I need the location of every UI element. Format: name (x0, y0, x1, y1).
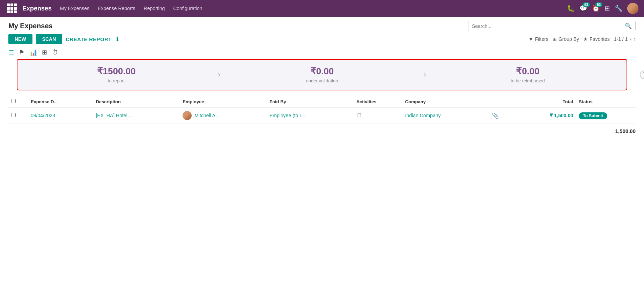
clock-icon[interactable]: ⏰ 53 (592, 5, 600, 12)
filters-button[interactable]: ▼ Filters (528, 36, 548, 42)
col-header-total: Total (511, 96, 576, 107)
pagination: 1-1 / 1 ‹ › (614, 36, 636, 42)
scan-button[interactable]: SCAN (36, 34, 62, 44)
create-report-button[interactable]: CREATE REPORT (66, 36, 111, 42)
row-date[interactable]: 08/04/2023 (28, 107, 93, 124)
row-total: ₹ 1,500.00 (511, 107, 576, 124)
groupby-label: Group By (558, 36, 579, 42)
to-be-reimbursed-amount: ₹0.00 (429, 66, 627, 77)
col-header-activities: Activities (354, 96, 402, 107)
activity-clock-icon[interactable]: ⏱ (356, 112, 362, 118)
expense-date-link[interactable]: 08/04/2023 (31, 113, 55, 118)
under-validation-label: under validation (223, 78, 421, 83)
expenses-table-container: Expense D... Description Employee Paid B… (8, 96, 636, 124)
chart-view-icon[interactable]: 📊 (29, 49, 37, 56)
row-status[interactable]: To Submit (576, 107, 636, 124)
list-view-icon[interactable]: ☰ (8, 49, 14, 56)
nav-my-expenses[interactable]: My Expenses (60, 4, 89, 13)
content-header: My Expenses 🔍 (0, 17, 644, 31)
row-company[interactable]: Indian Company (402, 107, 489, 124)
col-header-employee: Employee (180, 96, 267, 107)
col-header-company: Company (402, 96, 489, 107)
nav-expense-reports[interactable]: Expense Reports (98, 4, 135, 13)
action-toolbar: NEW SCAN CREATE REPORT ⬇ ▼ Filters ⊞ Gro… (0, 31, 644, 47)
user-avatar[interactable] (627, 3, 638, 14)
summary-to-report[interactable]: ₹1500.00 to report (17, 66, 215, 83)
messages-icon[interactable]: 💬 53 (579, 5, 587, 12)
arrow-1: › (215, 70, 223, 79)
col-header-attach (489, 96, 511, 107)
search-bar[interactable]: 🔍 (468, 21, 636, 31)
row-checkbox[interactable] (11, 113, 16, 117)
grid-view-icon[interactable]: ⊞ (605, 5, 610, 12)
toolbar-right: ▼ Filters ⊞ Group By ★ Favorites 1-1 / 1… (528, 36, 636, 42)
top-navigation: Expenses My Expenses Expense Reports Rep… (0, 0, 644, 17)
groupby-icon: ⊞ (553, 36, 557, 42)
arrow-2: › (421, 70, 429, 79)
row-attachment[interactable]: 📎 (489, 107, 511, 124)
nav-configuration[interactable]: Configuration (173, 4, 202, 13)
row-employee: Mitchell A... (180, 107, 267, 124)
row-description[interactable]: [EX_HA] Hotel ... (93, 107, 180, 124)
new-button[interactable]: NEW (8, 34, 32, 44)
to-be-reimbursed-label: to be reimbursed (429, 78, 627, 83)
activity-view-icon[interactable]: ⏱ (52, 49, 58, 56)
favorites-label: Favorites (590, 36, 610, 42)
top-menu: My Expenses Expense Reports Reporting Co… (60, 4, 567, 13)
prev-page-button[interactable]: ‹ (630, 36, 631, 42)
search-icon: 🔍 (625, 23, 632, 29)
kanban-view-icon[interactable]: ⚑ (19, 49, 24, 56)
row-activities[interactable]: ⏱ (354, 107, 402, 124)
help-icon[interactable]: ? (640, 70, 644, 79)
app-brand: Expenses (22, 5, 52, 12)
pivot-view-icon[interactable]: ⊞ (42, 49, 47, 56)
search-input[interactable] (472, 23, 625, 29)
company-link[interactable]: Indian Company (405, 113, 441, 118)
debug-icon[interactable]: 🐛 (567, 5, 575, 12)
col-header-status: Status (576, 96, 636, 107)
filter-icon: ▼ (528, 36, 533, 42)
summary-bar: ₹1500.00 to report › ₹0.00 under validat… (17, 59, 627, 90)
apps-grid-icon[interactable] (6, 2, 18, 15)
star-icon: ★ (583, 36, 588, 42)
nav-reporting[interactable]: Reporting (144, 4, 165, 13)
to-report-label: to report (17, 78, 215, 83)
footer-total-value: 1,500.00 (615, 128, 636, 134)
summary-under-validation[interactable]: ₹0.00 under validation (223, 66, 421, 83)
table-row: 08/04/2023 [EX_HA] Hotel ... Mitchell A.… (8, 107, 636, 124)
expense-desc-link[interactable]: [EX_HA] Hotel ... (96, 113, 133, 118)
under-validation-amount: ₹0.00 (223, 66, 421, 77)
clock-badge: 53 (595, 2, 602, 7)
col-header-paid-by: Paid By (267, 96, 354, 107)
expenses-table: Expense D... Description Employee Paid B… (8, 96, 636, 124)
summary-to-be-reimbursed[interactable]: ₹0.00 to be reimbursed (429, 66, 627, 83)
table-footer-total: 1,500.00 (0, 124, 644, 138)
next-page-button[interactable]: › (634, 36, 636, 42)
paid-by-link[interactable]: Employee (to r... (269, 113, 305, 118)
messages-badge: 53 (583, 2, 590, 7)
col-header-description: Description (93, 96, 180, 107)
filters-label: Filters (535, 36, 548, 42)
topnav-actions: 🐛 💬 53 ⏰ 53 ⊞ 🔧 (567, 3, 638, 14)
pagination-text: 1-1 / 1 (614, 36, 628, 42)
employee-link[interactable]: Mitchell A... (194, 113, 220, 118)
select-all-checkbox[interactable] (11, 99, 16, 103)
col-header-date: Expense D... (28, 96, 93, 107)
status-badge: To Submit (579, 112, 607, 119)
page-title: My Expenses (8, 22, 53, 30)
favorites-button[interactable]: ★ Favorites (583, 36, 610, 42)
download-button[interactable]: ⬇ (115, 35, 120, 43)
employee-avatar (183, 111, 192, 120)
view-toolbar: ☰ ⚑ 📊 ⊞ ⏱ (0, 47, 644, 59)
attachment-icon[interactable]: 📎 (492, 113, 499, 119)
groupby-button[interactable]: ⊞ Group By (553, 36, 579, 42)
to-report-amount: ₹1500.00 (17, 66, 215, 77)
settings-icon[interactable]: 🔧 (615, 5, 622, 12)
row-paid-by[interactable]: Employee (to r... (267, 107, 354, 124)
